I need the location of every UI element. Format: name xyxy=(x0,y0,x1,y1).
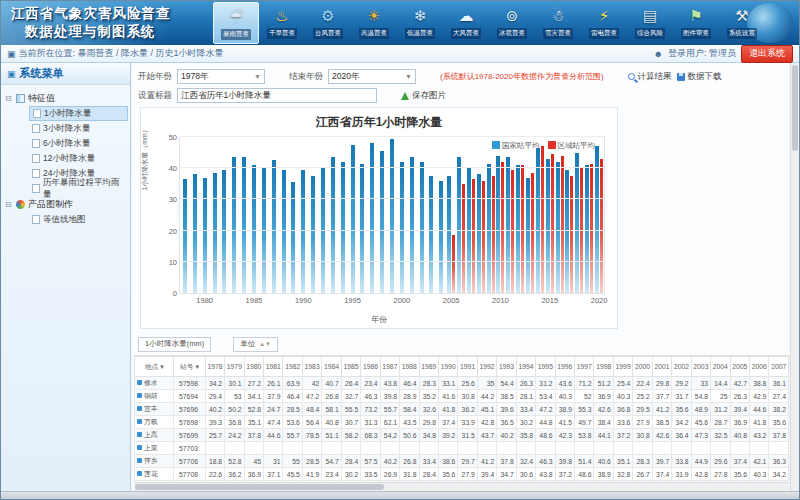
toolbar-item-snow[interactable]: ☃雪灾普查 xyxy=(535,2,581,44)
bar-national-1982[interactable] xyxy=(222,170,226,293)
bar-national-2009[interactable] xyxy=(487,164,491,293)
bar-national-1993[interactable] xyxy=(331,157,335,293)
bar-national-1997[interactable] xyxy=(370,143,374,293)
cell-place[interactable]: 上栗 xyxy=(135,442,174,455)
col-header-year-1986[interactable]: 1986 xyxy=(361,357,380,377)
bar-national-2013[interactable] xyxy=(526,178,530,293)
col-header-year-1988[interactable]: 1988 xyxy=(400,357,419,377)
col-header-year-1997[interactable]: 1997 xyxy=(575,357,594,377)
col-header-year-1981[interactable]: 1981 xyxy=(264,357,283,377)
cell-place[interactable]: 修水 xyxy=(135,377,174,390)
bar-national-2017[interactable] xyxy=(565,170,569,293)
toolbar-item-gale[interactable]: ☁大风普查 xyxy=(443,2,489,44)
bar-national-1981[interactable] xyxy=(213,173,217,293)
bar-national-2020[interactable] xyxy=(595,146,599,293)
download-button[interactable]: 数据下载 xyxy=(677,71,722,83)
dataset-selector[interactable]: 1小时降水量(mm) xyxy=(138,337,211,352)
toolbar-item-map-review[interactable]: ⚑图件审查 xyxy=(673,2,719,44)
bar-national-1991[interactable] xyxy=(311,176,315,293)
col-header-year-1978[interactable]: 1978 xyxy=(205,357,224,377)
col-header-year-2006[interactable]: 2006 xyxy=(749,357,768,377)
toolbar-item-drought[interactable]: ♨干旱普查 xyxy=(259,2,305,44)
tree-leaf-0-2[interactable]: 6小时降水量 xyxy=(29,136,128,151)
bar-national-2005[interactable] xyxy=(447,176,451,293)
tree-node-0[interactable]: ⊟特征值 xyxy=(5,90,128,106)
bar-national-2010[interactable] xyxy=(496,156,500,293)
col-header-year-1990[interactable]: 1990 xyxy=(438,357,457,377)
bar-national-1978[interactable] xyxy=(183,179,187,293)
tree-leaf-0-0[interactable]: 1小时降水量 xyxy=(29,106,128,121)
col-header-year-1999[interactable]: 1999 xyxy=(613,357,632,377)
col-header-year-2004[interactable]: 2004 xyxy=(711,357,730,377)
cell-place[interactable]: 宜丰 xyxy=(135,403,174,416)
bar-regional-2005[interactable] xyxy=(452,235,455,293)
col-header-year-2005[interactable]: 2005 xyxy=(730,357,749,377)
tree-toggle-icon[interactable]: ⊟ xyxy=(5,200,13,209)
col-header-year-1995[interactable]: 1995 xyxy=(536,357,555,377)
col-header-year-2000[interactable]: 2000 xyxy=(633,357,652,377)
unit-selector[interactable]: 单位 ▲▼ xyxy=(233,337,278,352)
bar-national-2000[interactable] xyxy=(400,162,404,293)
cell-place[interactable]: 萍乡 xyxy=(135,455,174,468)
bar-national-1979[interactable] xyxy=(193,174,197,293)
bar-regional-2006[interactable] xyxy=(462,184,465,293)
bar-national-1980[interactable] xyxy=(203,178,207,293)
tree-leaf-0-5[interactable]: 历年暴雨过程平均雨量 xyxy=(29,181,128,196)
bar-national-2003[interactable] xyxy=(429,176,433,293)
col-header-year-1983[interactable]: 1983 xyxy=(302,357,321,377)
col-header-year-1994[interactable]: 1994 xyxy=(516,357,535,377)
cell-place[interactable]: 上高 xyxy=(135,429,174,442)
vertical-scrollbar[interactable] xyxy=(790,63,799,491)
col-header-year-1980[interactable]: 1980 xyxy=(244,357,263,377)
bar-national-1990[interactable] xyxy=(301,170,305,293)
horizontal-scrollbar-thumb[interactable] xyxy=(135,484,384,490)
toolbar-item-rainstorm[interactable]: ☔暴雨普查 xyxy=(213,2,259,44)
chart-title-input[interactable]: 江西省历年1小时降水量 xyxy=(177,88,377,103)
cell-place[interactable]: 铜鼓 xyxy=(135,390,174,403)
col-header-year-1991[interactable]: 1991 xyxy=(458,357,477,377)
col-header-year-1996[interactable]: 1996 xyxy=(555,357,574,377)
col-header-year-1989[interactable]: 1989 xyxy=(419,357,438,377)
bar-regional-2020[interactable] xyxy=(600,159,603,293)
bar-regional-2014[interactable] xyxy=(541,146,544,293)
bar-national-2008[interactable] xyxy=(477,174,481,293)
bar-national-2014[interactable] xyxy=(536,148,540,293)
col-header-year-2002[interactable]: 2002 xyxy=(672,357,691,377)
bar-regional-2009[interactable] xyxy=(492,176,495,293)
col-header-year-1987[interactable]: 1987 xyxy=(380,357,399,377)
bar-national-2016[interactable] xyxy=(556,162,560,293)
bar-national-2018[interactable] xyxy=(575,153,579,293)
bar-regional-2015[interactable] xyxy=(551,154,554,293)
toolbar-item-lightning[interactable]: ⚡雷电普查 xyxy=(581,2,627,44)
cell-place[interactable]: 万载 xyxy=(135,416,174,429)
bar-regional-2010[interactable] xyxy=(501,162,504,293)
bar-national-1987[interactable] xyxy=(272,160,276,293)
toolbar-item-high-temp[interactable]: ☀高温普查 xyxy=(351,2,397,44)
logout-button[interactable]: 退出系统 xyxy=(741,45,793,63)
vertical-scrollbar-thumb[interactable] xyxy=(792,65,798,151)
col-header-station[interactable]: 站号 ▾ xyxy=(174,357,205,377)
bar-national-1994[interactable] xyxy=(341,162,345,293)
toolbar-item-low-temp[interactable]: ❄低温普查 xyxy=(397,2,443,44)
bar-national-1983[interactable] xyxy=(232,157,236,293)
col-header-year-2001[interactable]: 2001 xyxy=(652,357,671,377)
col-header-year-1979[interactable]: 1979 xyxy=(225,357,244,377)
toolbar-item-composite[interactable]: ▤综合风险 xyxy=(627,2,673,44)
col-header-year-1982[interactable]: 1982 xyxy=(283,357,302,377)
bar-national-1999[interactable] xyxy=(390,139,394,293)
end-year-select[interactable]: 2020年 ▼ xyxy=(328,69,416,84)
bar-regional-2019[interactable] xyxy=(590,164,593,293)
tree-leaf-0-3[interactable]: 12小时降水量 xyxy=(29,151,128,166)
toolbar-item-hail[interactable]: ⊚冰雹普查 xyxy=(489,2,535,44)
bar-national-1984[interactable] xyxy=(242,157,246,293)
bar-regional-2016[interactable] xyxy=(561,156,564,293)
bar-national-2001[interactable] xyxy=(410,157,414,293)
col-header-year-1998[interactable]: 1998 xyxy=(594,357,613,377)
col-header-year-2003[interactable]: 2003 xyxy=(691,357,710,377)
save-image-button[interactable]: 保存图片 xyxy=(401,90,446,102)
horizontal-scrollbar[interactable] xyxy=(134,482,789,491)
col-header-year-1985[interactable]: 1985 xyxy=(341,357,360,377)
cell-place[interactable]: 莲花 xyxy=(135,468,174,481)
col-header-year-1992[interactable]: 1992 xyxy=(477,357,496,377)
col-header-year-1993[interactable]: 1993 xyxy=(497,357,516,377)
